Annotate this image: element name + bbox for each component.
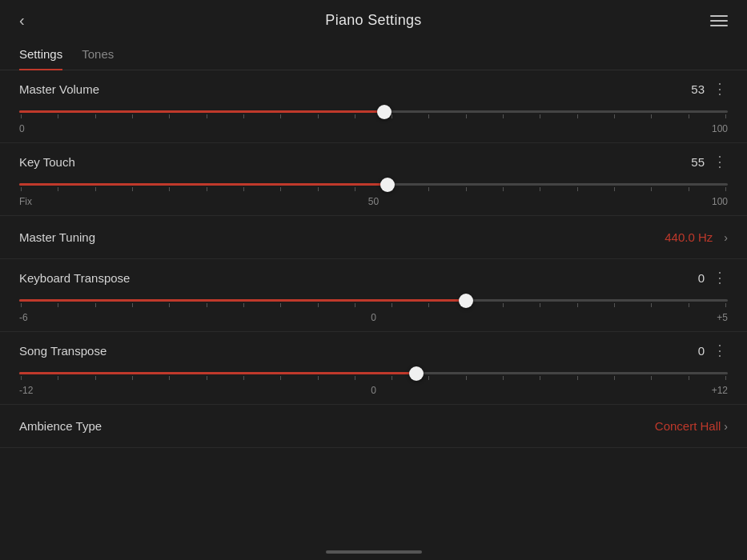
song-transpose-thumb[interactable] [409, 366, 424, 381]
key-touch-row: Key Touch 55 ⋮ Fix 50 100 [0, 143, 747, 216]
keyboard-transpose-track[interactable] [19, 299, 728, 302]
song-transpose-controls: 0 ⋮ [698, 343, 728, 358]
song-transpose-label-center: 0 [371, 385, 376, 396]
master-volume-ticks [19, 114, 728, 118]
keyboard-transpose-value: 0 [698, 271, 705, 285]
keyboard-transpose-labels: -6 0 +5 [19, 309, 728, 331]
master-tuning-label: Master Tuning [19, 230, 95, 244]
song-transpose-label-right: +12 [712, 385, 728, 396]
song-transpose-dots[interactable]: ⋮ [713, 343, 728, 358]
key-touch-track[interactable] [19, 183, 728, 186]
master-volume-track[interactable] [19, 110, 728, 113]
key-touch-label-left: Fix [19, 196, 32, 207]
keyboard-transpose-dots[interactable]: ⋮ [713, 270, 728, 285]
key-touch-dots[interactable]: ⋮ [713, 154, 728, 169]
song-transpose-header: Song Transpose 0 ⋮ [0, 332, 747, 361]
key-touch-label: Key Touch [19, 155, 75, 169]
master-tuning-value: 440.0 Hz [665, 230, 713, 244]
back-button[interactable]: ‹ [19, 11, 43, 30]
master-tuning-row[interactable]: Master Tuning 440.0 Hz › [0, 216, 747, 259]
master-volume-label-left: 0 [19, 123, 25, 134]
tab-settings[interactable]: Settings [19, 41, 62, 70]
header: ‹ Piano Settings [0, 0, 747, 41]
key-touch-labels: Fix 50 100 [19, 193, 728, 215]
key-touch-ticks [19, 187, 728, 191]
menu-bar-3 [710, 25, 728, 26]
master-volume-labels: 0 100 [19, 120, 728, 142]
ambience-type-value: Concert Hall [655, 419, 721, 433]
key-touch-fill [19, 183, 388, 186]
keyboard-transpose-label-center: 0 [371, 312, 376, 323]
master-volume-value: 53 [691, 82, 705, 96]
keyboard-transpose-fill [19, 299, 466, 302]
keyboard-transpose-ticks [19, 303, 728, 307]
key-touch-slider-container: Fix 50 100 [0, 172, 747, 215]
keyboard-transpose-label-left: -6 [19, 312, 28, 323]
keyboard-transpose-label-right: +5 [717, 312, 728, 323]
app-container: ‹ Piano Settings Settings Tones Master V… [0, 0, 747, 560]
master-volume-row: Master Volume 53 ⋮ 0 100 [0, 70, 747, 143]
keyboard-transpose-controls: 0 ⋮ [698, 270, 728, 285]
song-transpose-slider-container: -12 0 +12 [0, 361, 747, 404]
song-transpose-fill [19, 372, 416, 374]
page-title: Piano Settings [325, 12, 421, 29]
song-transpose-value: 0 [698, 344, 705, 358]
song-transpose-label: Song Transpose [19, 344, 106, 358]
song-transpose-labels: -12 0 +12 [19, 382, 728, 404]
key-touch-header: Key Touch 55 ⋮ [0, 143, 747, 172]
song-transpose-ticks [19, 376, 728, 380]
bottom-bar [0, 544, 747, 560]
settings-content: Master Volume 53 ⋮ 0 100 [0, 70, 747, 544]
bottom-indicator [326, 550, 422, 554]
ambience-type-value-group: Concert Hall › [655, 419, 728, 433]
key-touch-thumb[interactable] [380, 178, 395, 192]
master-tuning-chevron: › [724, 231, 728, 244]
tab-tones[interactable]: Tones [82, 41, 114, 70]
keyboard-transpose-header: Keyboard Transpose 0 ⋮ [0, 259, 747, 288]
ambience-type-chevron: › [724, 420, 728, 433]
keyboard-transpose-slider-container: -6 0 +5 [0, 288, 747, 331]
master-volume-fill [19, 110, 384, 113]
song-transpose-label-left: -12 [19, 385, 33, 396]
menu-button[interactable] [704, 15, 728, 26]
key-touch-controls: 55 ⋮ [691, 154, 728, 169]
master-volume-label-right: 100 [712, 123, 728, 134]
master-volume-header: Master Volume 53 ⋮ [0, 70, 747, 99]
song-transpose-row: Song Transpose 0 ⋮ -12 0 +12 [0, 332, 747, 405]
master-tuning-value-group: 440.0 Hz › [665, 230, 728, 244]
ambience-type-row[interactable]: Ambience Type Concert Hall › [0, 405, 747, 448]
key-touch-label-right: 100 [712, 196, 728, 207]
key-touch-label-center: 50 [368, 196, 379, 207]
master-volume-slider-container: 0 100 [0, 99, 747, 142]
master-volume-controls: 53 ⋮ [691, 82, 728, 96]
keyboard-transpose-row: Keyboard Transpose 0 ⋮ -6 0 +5 [0, 259, 747, 332]
master-volume-thumb[interactable] [377, 105, 392, 119]
keyboard-transpose-label: Keyboard Transpose [19, 271, 130, 285]
keyboard-transpose-thumb[interactable] [459, 294, 473, 308]
ambience-type-label: Ambience Type [19, 419, 102, 433]
master-volume-dots[interactable]: ⋮ [713, 82, 728, 96]
key-touch-value: 55 [691, 155, 705, 169]
tabs-container: Settings Tones [0, 41, 747, 70]
menu-bar-2 [710, 20, 728, 22]
menu-bar-1 [710, 15, 728, 17]
song-transpose-track[interactable] [19, 372, 728, 374]
master-volume-label: Master Volume [19, 82, 99, 96]
